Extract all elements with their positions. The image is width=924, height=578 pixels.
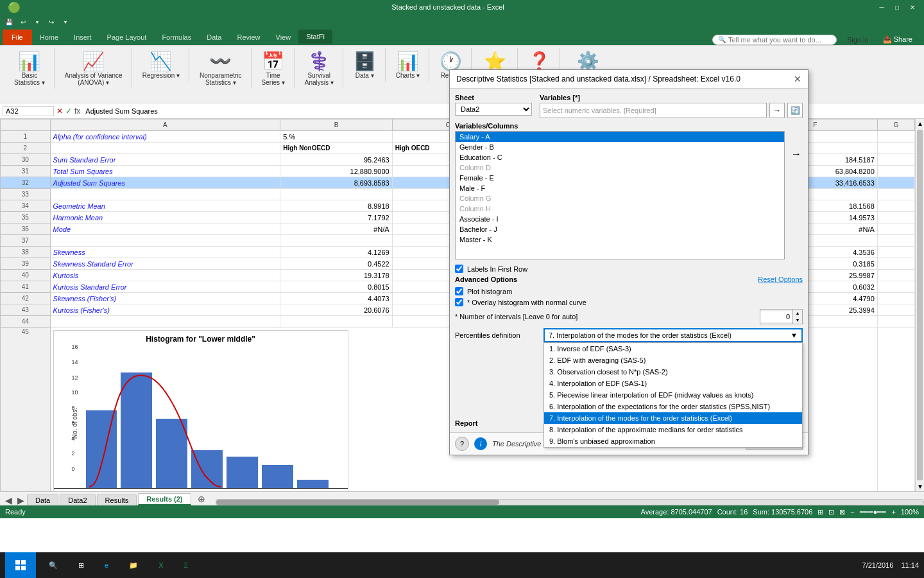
taskbar-task-view[interactable]: ⊞ [71, 552, 92, 578]
cell-c32[interactable]: 71.0542 [392, 177, 504, 189]
share-btn[interactable]: 📤 Share [877, 34, 919, 45]
basic-statistics-btn[interactable]: 📊 BasicStatistics ▾ [10, 49, 49, 87]
cell-e2[interactable]: Lower middle [629, 143, 753, 154]
redo-btn[interactable]: ↪ [45, 15, 58, 28]
cell-f34[interactable]: 18.1568 [753, 200, 877, 212]
cell-a1[interactable]: Alpha (for confidence interval) [50, 131, 280, 143]
cell-c41[interactable]: 0.7405 [392, 281, 504, 293]
charts-btn[interactable]: 📊 Charts ▾ [392, 49, 424, 80]
cell-a43[interactable]: Kurtosis (Fisher's) [50, 304, 280, 316]
cell-c40[interactable]: 4.2229 [392, 270, 504, 281]
col-header-c[interactable]: C [392, 119, 504, 131]
preferences-btn[interactable]: ⚙️ Preferences [567, 49, 609, 80]
cell-a30[interactable]: Sum Standard Error [50, 154, 280, 166]
cell-a41[interactable]: Kurtosis Standard Error [50, 281, 280, 293]
cell-d2[interactable]: Low [504, 143, 629, 154]
minimize-btn[interactable]: ─ [875, 3, 888, 12]
cell-b35[interactable]: 7.1792 [280, 212, 392, 223]
tab-formulas[interactable]: Formulas [154, 30, 199, 45]
cell-a39[interactable]: Skewness Standard Error [50, 258, 280, 270]
tab-review[interactable]: Review [229, 30, 268, 45]
anova-btn[interactable]: 📈 Analysis of Variance(ANOVA) ▾ [61, 49, 126, 87]
cell-b34[interactable]: 8.9918 [280, 200, 392, 212]
maximize-btn[interactable]: □ [891, 3, 903, 12]
tab-insert[interactable]: Insert [66, 30, 99, 45]
cell-c1[interactable] [392, 131, 504, 143]
cell-b32[interactable]: 8,693.8583 [280, 177, 392, 189]
col-header-g[interactable]: G [877, 119, 914, 131]
cell-d36[interactable]: 55.4000 [504, 223, 629, 235]
tab-page-layout[interactable]: Page Layout [99, 30, 155, 45]
cell-c42[interactable]: 1.2262 [392, 293, 504, 304]
cell-a38[interactable]: Skewness [50, 247, 280, 258]
tab-statfi[interactable]: StatFi [298, 30, 332, 45]
recent-btn[interactable]: 🕐 Recent [436, 49, 466, 80]
cell-f32[interactable]: 33,416.6533 [753, 177, 877, 189]
undo-btn[interactable]: ↩ [17, 15, 30, 28]
cell-e38[interactable]: 0.6787 [629, 247, 753, 258]
cell-a36[interactable]: Mode [50, 223, 280, 235]
cell-d31[interactable]: 302,977.8900 [504, 166, 629, 177]
cell-f36[interactable]: #N/A [753, 223, 877, 235]
cell-b2[interactable]: High NonOECD [280, 143, 392, 154]
cell-c30[interactable]: 8.5687 [392, 154, 504, 166]
start-btn[interactable] [5, 552, 36, 578]
tab-data[interactable]: Data [199, 30, 229, 45]
formula-input[interactable] [83, 107, 921, 116]
cell-f38[interactable]: 4.3536 [753, 247, 877, 258]
cell-f30[interactable]: 184.5187 [753, 154, 877, 166]
cell-b36[interactable]: #N/A [280, 223, 392, 235]
cell-b31[interactable]: 12,880.9000 [280, 166, 392, 177]
col-header-f[interactable]: F [753, 119, 877, 131]
add-sheet-btn[interactable]: ⊕ [193, 493, 210, 505]
taskbar-excel[interactable]: X [151, 552, 171, 578]
help-btn[interactable]: ❓ Help [524, 49, 554, 80]
cell-e36[interactable]: #N/A [629, 223, 753, 235]
data-btn[interactable]: 🗄️ Data ▾ [350, 49, 380, 80]
undo-dropdown-btn[interactable]: ▼ [31, 15, 44, 28]
zoom-slider[interactable]: ━━━●━━ [860, 508, 887, 516]
cell-e43[interactable]: -0.6575 [629, 304, 753, 316]
cell-e1[interactable] [629, 131, 753, 143]
cell-e35[interactable]: 32.9585 [629, 212, 753, 223]
taskbar-statfi[interactable]: Σ [176, 552, 196, 578]
cell-e30[interactable]: 216.6564 [629, 154, 753, 166]
cell-c36[interactable]: 4.2000 [392, 223, 504, 235]
ribbon-search-input[interactable] [728, 36, 831, 44]
cell-d35[interactable]: 74.0076 [504, 212, 629, 223]
cell-b1[interactable]: 5.% [280, 131, 392, 143]
cell-e39[interactable]: 0.3328 [629, 258, 753, 270]
cell-b39[interactable]: 0.4522 [280, 258, 392, 270]
cell-d32[interactable]: 41,702.0003 [504, 177, 629, 189]
col-header-d[interactable]: D [504, 119, 629, 131]
cell-c2[interactable]: High OECD [392, 143, 504, 154]
cell-f42[interactable]: 4.4790 [753, 293, 877, 304]
cell-d38[interactable]: 0.5817 [504, 247, 629, 258]
cell-d42[interactable]: 0.6089 [504, 293, 629, 304]
sheet-tab-data2[interactable]: Data2 [60, 495, 95, 505]
col-header-e[interactable]: E [629, 119, 753, 131]
close-btn[interactable]: ✕ [906, 3, 919, 12]
cell-b42[interactable]: 4.4073 [280, 293, 392, 304]
cell-a40[interactable]: Kurtosis [50, 270, 280, 281]
sheet-tab-results2[interactable]: Results (2) [138, 493, 191, 505]
cell-c43[interactable]: 1.6675 [392, 304, 504, 316]
cell-d30[interactable]: 207.2817 [504, 154, 629, 166]
cell-e41[interactable]: 0.6269 [629, 281, 753, 293]
save-qat-btn[interactable]: 💾 [3, 15, 15, 28]
cell-e40[interactable]: 2.2877 [629, 270, 753, 281]
col-header-a[interactable]: A [50, 119, 280, 131]
cell-c34[interactable]: 4.2981 [392, 200, 504, 212]
vertical-scrollbar[interactable]: ▲ ▼ [915, 119, 924, 491]
regression-btn[interactable]: 📉 Regression ▾ [139, 49, 184, 80]
cell-f31[interactable]: 63,804.8200 [753, 166, 877, 177]
cell-a2[interactable] [50, 143, 280, 154]
cell-a31[interactable]: Total Sum Squares [50, 166, 280, 177]
survival-btn[interactable]: ⚕️ SurvivalAnalysis ▾ [301, 49, 338, 87]
cell-c35[interactable]: 4.0932 [392, 212, 504, 223]
col-header-b[interactable]: B [280, 119, 392, 131]
cell-a32[interactable]: Adjusted Sum Squares [50, 177, 280, 189]
zoom-in-btn[interactable]: + [891, 508, 895, 516]
cell-d1[interactable] [504, 131, 629, 143]
cell-b41[interactable]: 0.8015 [280, 281, 392, 293]
